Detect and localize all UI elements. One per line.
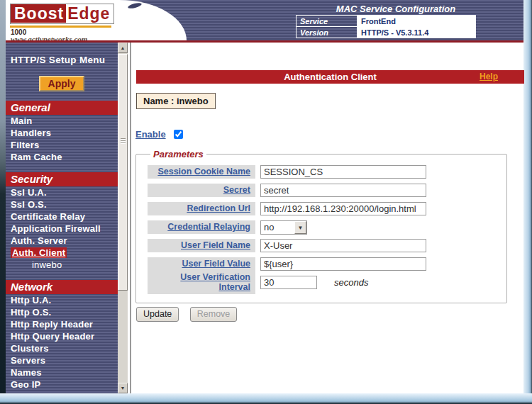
sidebar-item-ssl-ua[interactable]: Ssl U.A. (6, 186, 118, 198)
sidebar-item-inwebo[interactable]: inwebo (6, 259, 118, 271)
user-verification-interval-link[interactable]: User Verification Interval (180, 272, 250, 292)
user-field-name-link[interactable]: User Field Name (181, 240, 250, 250)
sidebar-item-http-query-header[interactable]: Http Query Header (6, 330, 118, 342)
sidebar-item-ssl-os[interactable]: Ssl O.S. (6, 198, 118, 211)
logo-boost-text: Boost (11, 4, 66, 23)
service-info-table: Service FrontEnd Version HTTP/S - V5.3.1… (296, 15, 476, 38)
logo-underline (10, 26, 111, 28)
redirection-url-input[interactable] (260, 202, 426, 215)
credential-relaying-value: no (261, 221, 294, 234)
window-frame-right (523, 0, 532, 394)
logo-area: BoostEdge 1000 www.activnetworks.com (6, 0, 187, 40)
sidebar-section-security: Security (6, 172, 118, 186)
update-button[interactable]: Update (136, 307, 179, 322)
sidebar-item-http-reply-header[interactable]: Http Reply Header (6, 318, 118, 330)
credential-relaying-select[interactable]: no ▼ (260, 220, 307, 235)
boostedge-logo: BoostEdge (10, 4, 114, 24)
sidebar-section-network: Network (6, 280, 118, 294)
param-row-session-cookie-name: Session Cookie Name (148, 165, 506, 179)
page-title-bar: Authentication Client Help (136, 70, 524, 84)
user-field-name-input[interactable] (260, 239, 426, 252)
apply-button[interactable]: Apply (39, 76, 85, 91)
sidebar-item-filters[interactable]: Filters (6, 139, 118, 151)
logo-website: www.activnetworks.com (11, 35, 87, 40)
redirection-url-link[interactable]: Redirection Url (187, 203, 250, 213)
param-row-user-field-name: User Field Name (148, 239, 506, 252)
scroll-up-icon[interactable]: ▲ (118, 43, 128, 53)
secret-input[interactable] (260, 184, 426, 197)
param-row-credential-relaying: Credential Relaying no ▼ (148, 220, 506, 234)
sidebar: HTTP/S Setup Menu Apply General Main Han… (6, 43, 118, 393)
service-label: Service (297, 16, 358, 27)
sidebar-item-certificate-relay[interactable]: Certificate Relay (6, 211, 118, 223)
seconds-note: seconds (334, 277, 368, 288)
sidebar-item-http-ua[interactable]: Http U.A. (6, 294, 118, 306)
help-link[interactable]: Help (480, 70, 498, 84)
version-value: HTTP/S - V5.3.11.4 (358, 27, 476, 38)
header-band: BoostEdge 1000 www.activnetworks.com MAC… (6, 0, 523, 40)
sidebar-item-clusters[interactable]: Clusters (6, 342, 118, 354)
form-buttons: Update Remove (136, 307, 237, 322)
secret-link[interactable]: Secret (223, 185, 250, 195)
header-title: MAC Service Configuration (289, 4, 502, 14)
dropdown-arrow-icon[interactable]: ▼ (294, 221, 306, 234)
sidebar-item-main[interactable]: Main (6, 115, 118, 127)
logo-edge-text: Edge (66, 4, 113, 23)
main-content: Authentication Client Help Name : inwebo… (130, 43, 523, 393)
session-cookie-name-input[interactable] (260, 165, 426, 179)
sidebar-title: HTTP/S Setup Menu (6, 43, 118, 65)
param-row-user-verification-interval: User Verification Interval seconds (148, 276, 506, 289)
sidebar-item-http-os[interactable]: Http O.S. (6, 306, 118, 318)
user-field-value-input[interactable] (260, 257, 426, 271)
name-badge: Name : inwebo (136, 93, 216, 109)
param-row-redirection-url: Redirection Url (148, 202, 506, 215)
remove-button[interactable]: Remove (190, 307, 238, 322)
scrollbar-thumb[interactable] (118, 54, 128, 291)
sidebar-item-servers[interactable]: Servers (6, 354, 118, 366)
enable-checkbox[interactable] (174, 130, 183, 139)
parameters-legend: Parameters (150, 149, 206, 159)
sidebar-item-time[interactable]: Time (6, 391, 118, 393)
service-value: FrontEnd (358, 16, 476, 27)
sidebar-item-handlers[interactable]: Handlers (6, 127, 118, 139)
user-field-value-link[interactable]: User Field Value (182, 259, 250, 269)
page-title: Authentication Client (136, 70, 524, 84)
sidebar-item-auth-client[interactable]: Auth. Client (6, 247, 118, 259)
version-label: Version (297, 27, 358, 38)
param-row-secret: Secret (148, 184, 506, 197)
session-cookie-name-link[interactable]: Session Cookie Name (157, 167, 250, 176)
sidebar-item-ram-cache[interactable]: Ram Cache (6, 151, 118, 163)
param-row-user-field-value: User Field Value (148, 257, 506, 271)
scroll-down-icon[interactable]: ▼ (118, 383, 128, 393)
enable-row: Enable (135, 129, 183, 140)
sidebar-item-names[interactable]: Names (6, 366, 118, 378)
top-header: BoostEdge 1000 www.activnetworks.com MAC… (6, 0, 523, 43)
window-frame-left (0, 0, 6, 404)
scrollbar-grip-icon (121, 138, 126, 144)
window-frame-bottom (0, 393, 532, 404)
sidebar-item-auth-server[interactable]: Auth. Server (6, 235, 118, 247)
sidebar-item-application-firewall[interactable]: Application Firewall (6, 223, 118, 235)
parameters-fieldset: Parameters Session Cookie Name Secret Re… (135, 149, 507, 303)
sidebar-section-general: General (6, 101, 118, 115)
user-verification-interval-input[interactable] (260, 276, 317, 289)
sidebar-scrollbar[interactable]: ▲ ▼ (118, 43, 128, 393)
credential-relaying-link[interactable]: Credential Relaying (167, 222, 250, 232)
sidebar-item-geo-ip[interactable]: Geo IP (6, 378, 118, 391)
enable-link[interactable]: Enable (135, 129, 166, 140)
